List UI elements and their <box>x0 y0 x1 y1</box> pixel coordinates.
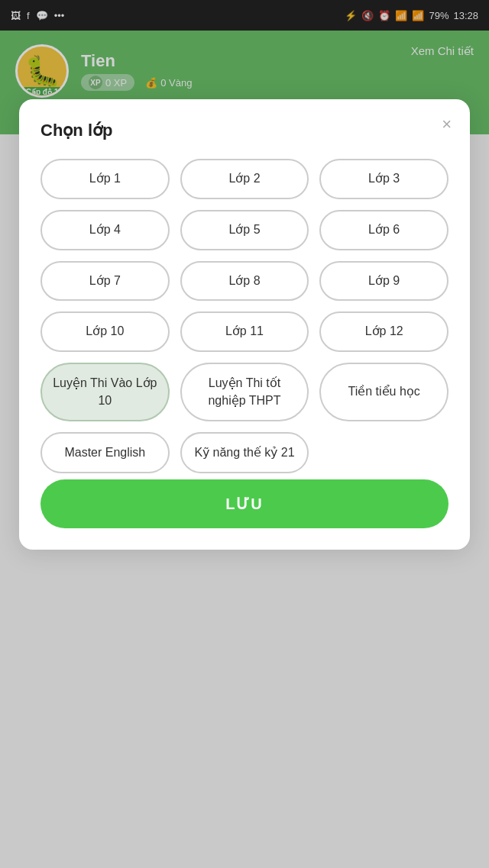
class-btn-lop2[interactable]: Lớp 2 <box>180 159 309 199</box>
class-btn-lop9[interactable]: Lớp 9 <box>319 261 449 302</box>
class-btn-lop4[interactable]: Lớp 4 <box>40 210 170 250</box>
save-button[interactable]: LƯU <box>40 479 449 528</box>
class-btn-ky-nang-the-ky-21[interactable]: Kỹ năng thế kỷ 21 <box>180 432 309 473</box>
class-btn-master-english[interactable]: Master English <box>40 432 170 473</box>
class-btn-lop8[interactable]: Lớp 8 <box>180 261 309 302</box>
class-btn-lop6[interactable]: Lớp 6 <box>319 210 449 250</box>
modal-close-button[interactable]: × <box>442 116 452 133</box>
save-button-wrap: LƯU <box>40 479 449 528</box>
class-btn-tien-tieu-hoc[interactable]: Tiền tiểu học <box>319 363 449 421</box>
class-grid: Lớp 1Lớp 2Lớp 3Lớp 4Lớp 5Lớp 6Lớp 7Lớp 8… <box>40 159 449 473</box>
class-btn-lop7[interactable]: Lớp 7 <box>40 261 170 302</box>
class-selection-modal: Chọn lớp × Lớp 1Lớp 2Lớp 3Lớp 4Lớp 5Lớp … <box>19 99 470 550</box>
class-btn-luyen-thi-vao-10[interactable]: Luyện Thi Vào Lớp 10 <box>40 363 170 421</box>
class-btn-lop10[interactable]: Lớp 10 <box>40 311 170 352</box>
class-btn-lop11[interactable]: Lớp 11 <box>180 311 309 352</box>
class-btn-lop5[interactable]: Lớp 5 <box>180 210 309 250</box>
class-btn-luyen-thi-tot-nghiep[interactable]: Luyện Thi tốt nghiệp THPT <box>180 363 309 421</box>
class-btn-lop3[interactable]: Lớp 3 <box>319 159 449 199</box>
modal-overlay: Chọn lớp × Lớp 1Lớp 2Lớp 3Lớp 4Lớp 5Lớp … <box>0 0 489 868</box>
class-btn-lop12[interactable]: Lớp 12 <box>319 311 449 352</box>
modal-title: Chọn lớp <box>40 121 449 140</box>
class-btn-lop1[interactable]: Lớp 1 <box>40 159 170 199</box>
